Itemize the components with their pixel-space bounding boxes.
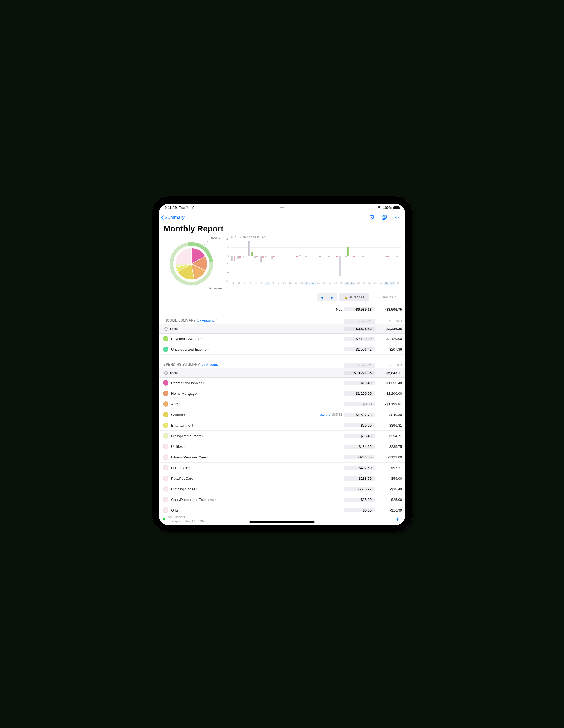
- row-sep: -$254.71: [375, 434, 405, 438]
- chevron-right-icon: ›: [179, 402, 180, 406]
- wifi-icon: [377, 206, 381, 209]
- spending-total-row: Total -$10,221.05 -$5,843.11: [159, 368, 405, 378]
- income-total-row: Total $3,635.42 $2,336.36: [159, 324, 405, 334]
- row-sep: -$235.75: [375, 445, 405, 449]
- spending-row[interactable]: Recreation/Hobbies › -$19.49 -$1,355.48: [159, 378, 405, 388]
- category-dot: [159, 336, 171, 341]
- period-next-button[interactable]: ▶: [327, 293, 337, 301]
- spending-header-title: SPENDING SUMMARY: [164, 363, 200, 366]
- row-note: #sd trip -$85.82: [320, 413, 342, 417]
- row-label: Clothing/Shoes: [171, 487, 195, 491]
- svg-point-3: [395, 217, 397, 218]
- income-row[interactable]: Uncategorized Income › $1,506.42 $207.36: [159, 344, 405, 355]
- row-aug: -$238.50: [344, 476, 375, 481]
- income-header: INCOME SUMMARY by Amount ⌃ AUG 2024 SEP …: [159, 314, 405, 324]
- period-prev-button[interactable]: ◀: [317, 293, 327, 301]
- row-label: Paychecks/Wages: [171, 337, 200, 341]
- category-dot: [159, 423, 171, 428]
- row-label: Auto: [171, 402, 179, 406]
- lock-icon: 🔒: [345, 296, 348, 299]
- row-label: Dining/Restaurants: [171, 434, 201, 438]
- duplicate-button[interactable]: [379, 212, 390, 223]
- caret-up-icon[interactable]: ⌃: [215, 319, 217, 322]
- income-col-aug: AUG 2024: [344, 319, 375, 324]
- row-label: Child/Dependent Expenses: [171, 498, 214, 502]
- row-label: Home Mortgage: [171, 391, 197, 396]
- spending-row[interactable]: Pets/Pet Care › -$238.50 -$59.00: [159, 473, 405, 484]
- bar-chart[interactable]: ▶AUG 2024 vs SEP 2024 4K2K0-2K-4K-6K1234…: [224, 235, 401, 290]
- row-sep: -$396.81: [375, 423, 405, 427]
- category-dot: [159, 507, 171, 513]
- category-dot: [159, 497, 171, 502]
- spending-row[interactable]: Clothing/Shoes › -$685.97 -$38.49: [159, 484, 405, 494]
- settings-button[interactable]: [391, 212, 401, 223]
- row-sep: -$38.49: [375, 487, 405, 491]
- row-aug: -$685.97: [344, 487, 375, 491]
- net-row: Net -$6,585.63 -$3,506.75: [159, 304, 405, 314]
- spending-row[interactable]: Groceries › #sd trip -$85.82 -$1,537.73 …: [159, 409, 405, 420]
- bar-legend-text: AUG 2024 vs SEP 2024: [235, 235, 266, 238]
- row-aug: $99.00: [344, 423, 375, 427]
- income-sort-button[interactable]: by Amount: [197, 319, 214, 322]
- row-aug: -$93.49: [344, 434, 375, 438]
- row-sep: $2,129.00: [375, 337, 405, 341]
- row-aug: $0.00: [344, 402, 375, 406]
- multitask-dots-icon[interactable]: [280, 207, 284, 208]
- category-dot: [159, 433, 171, 439]
- spending-row[interactable]: Entertainment › $99.00 -$396.81: [159, 420, 405, 431]
- caret-up-icon[interactable]: ⌃: [220, 363, 222, 366]
- row-label: Uncategorized Income: [171, 347, 207, 351]
- spending-row[interactable]: Household › -$487.50 -$97.77: [159, 463, 405, 473]
- period-compare[interactable]: vs. SEP 2024: [372, 293, 401, 301]
- spending-row[interactable]: Child/Dependent Expenses › -$25.00 -$25.…: [159, 494, 405, 505]
- chevron-right-icon: ›: [189, 466, 190, 470]
- donut-expenses-label: Expenses: [209, 287, 222, 290]
- category-dot: [159, 412, 171, 417]
- spending-row[interactable]: Dining/Restaurants › -$93.49 -$254.71: [159, 431, 405, 441]
- spending-row[interactable]: Fitness/Personal Care › -$233.00 -$123.0…: [159, 452, 405, 463]
- row-sep: -$840.30: [375, 413, 405, 417]
- clock-icon: [159, 327, 170, 331]
- account-name: My Finances: [168, 515, 204, 519]
- page-title: Monthly Report: [159, 224, 405, 235]
- spending-row[interactable]: Home Mortgage › -$1,200.00 -$1,200.00: [159, 388, 405, 399]
- back-button[interactable]: Summary: [160, 215, 185, 221]
- row-sep: -$59.00: [375, 476, 405, 481]
- row-aug: $1,506.42: [344, 347, 375, 351]
- period-selector: ◀ ▶ 🔒 AUG 2024 vs. SEP 2024: [159, 292, 405, 304]
- spending-row[interactable]: Auto › $0.00 -$1,199.81: [159, 399, 405, 409]
- add-button[interactable]: ＋: [394, 514, 401, 524]
- row-label: Fitness/Personal Care: [171, 455, 206, 459]
- chevron-right-icon: ›: [201, 337, 202, 341]
- row-aug: -$487.50: [344, 466, 375, 470]
- home-indicator[interactable]: [249, 521, 315, 523]
- row-label: Entertainment: [171, 423, 193, 427]
- row-sep: -$123.00: [375, 455, 405, 459]
- row-label: Recreation/Hobbies: [171, 381, 202, 385]
- category-dot: [159, 380, 171, 386]
- spending-header: SPENDING SUMMARY by Amount ⌃ AUG 2024 SE…: [159, 359, 405, 368]
- row-sep: -$1,200.00: [375, 391, 405, 396]
- donut-income-label: Income: [210, 236, 220, 239]
- chevron-right-icon: ›: [203, 381, 204, 385]
- spending-row[interactable]: Utilities › -$434.65 -$235.75: [159, 441, 405, 452]
- income-row[interactable]: Paychecks/Wages › $2,129.00 $2,129.00: [159, 334, 405, 344]
- period-primary[interactable]: 🔒 AUG 2024: [339, 293, 369, 301]
- row-aug: -$1,537.73: [344, 413, 375, 417]
- spending-sort-button[interactable]: by Amount: [202, 363, 218, 366]
- donut-chart[interactable]: Income Expenses: [163, 235, 222, 290]
- row-sep: -$1,199.81: [375, 402, 405, 406]
- screen: 9:41 AM Tue Jan 9 100% Summary: [159, 204, 405, 525]
- chevron-right-icon: ›: [194, 476, 195, 480]
- spending-total-sep: -$5,843.11: [375, 371, 405, 375]
- compose-button[interactable]: [367, 212, 378, 223]
- category-dot: [159, 465, 171, 470]
- row-sep: -$1,355.48: [375, 381, 405, 385]
- row-sep: -$16.99: [375, 508, 405, 512]
- category-dot: [159, 476, 171, 481]
- spending-row[interactable]: Gifts › $0.00 -$16.99: [159, 505, 405, 513]
- status-time: 9:41 AM: [165, 206, 177, 210]
- sync-status-icon: [163, 518, 165, 520]
- period-primary-label: AUG 2024: [349, 296, 364, 299]
- row-aug: -$25.00: [344, 498, 375, 502]
